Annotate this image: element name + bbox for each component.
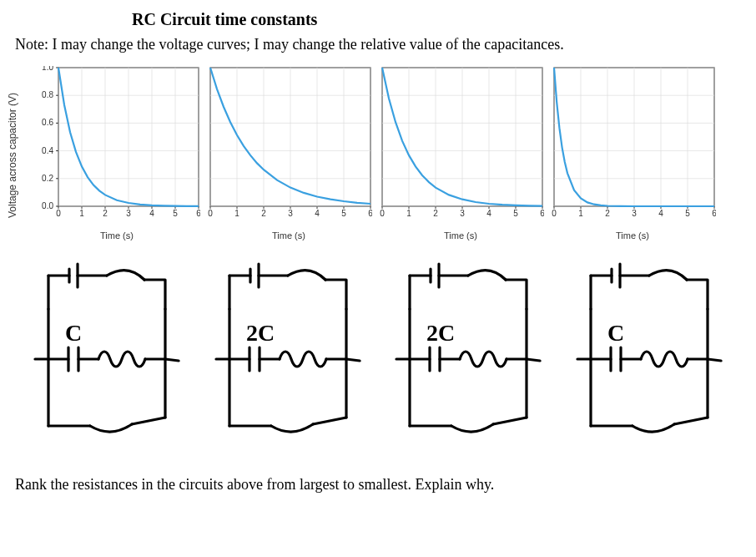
svg-text:3: 3 (460, 209, 465, 218)
svg-text:1.0: 1.0 (42, 66, 53, 72)
svg-text:C: C (607, 320, 624, 346)
x-axis-label: Time (s) (549, 230, 716, 241)
svg-text:5: 5 (173, 209, 178, 218)
x-axis-label: Time (s) (205, 230, 372, 241)
circuit-4: C (566, 259, 733, 451)
svg-text:6: 6 (196, 209, 200, 218)
circuit-2: 2C (204, 259, 371, 451)
svg-text:6: 6 (540, 209, 544, 218)
charts-row: Voltage across capacitor (V) 01234560.00… (15, 62, 741, 237)
svg-text:1: 1 (578, 209, 583, 218)
svg-text:4: 4 (149, 209, 154, 218)
svg-text:0.6: 0.6 (42, 118, 53, 127)
y-axis-label-wrap: Voltage across capacitor (V) (15, 78, 33, 237)
x-axis-label: Time (s) (377, 230, 544, 241)
svg-text:1: 1 (234, 209, 239, 218)
circuits-row: C 2C 2C C (15, 259, 741, 451)
chart-3: 0123456Time (s) (377, 66, 544, 237)
svg-text:6: 6 (712, 209, 716, 218)
svg-text:0.0: 0.0 (42, 201, 53, 210)
svg-text:4: 4 (658, 209, 663, 218)
svg-text:C: C (65, 320, 82, 346)
svg-text:4: 4 (315, 209, 320, 218)
chart-1: 01234560.00.20.40.60.81.0Time (s) (33, 66, 200, 237)
svg-text:3: 3 (126, 209, 131, 218)
svg-text:0: 0 (208, 209, 213, 218)
svg-text:0.2: 0.2 (42, 174, 53, 183)
note-text: Note: I may change the voltage curves; I… (15, 36, 741, 53)
svg-text:4: 4 (486, 209, 491, 218)
svg-text:0: 0 (56, 209, 61, 218)
svg-text:0.4: 0.4 (42, 146, 53, 155)
page-title: RC Circuit time constants (132, 10, 741, 29)
circuit-3: 2C (385, 259, 552, 451)
y-axis-label: Voltage across capacitor (V) (7, 93, 18, 218)
svg-text:0: 0 (552, 209, 557, 218)
svg-text:5: 5 (513, 209, 518, 218)
chart-2: 0123456Time (s) (205, 66, 372, 237)
svg-text:3: 3 (288, 209, 293, 218)
circuit-1: C (23, 259, 190, 451)
svg-text:1: 1 (406, 209, 411, 218)
svg-text:5: 5 (341, 209, 346, 218)
x-axis-label: Time (s) (33, 230, 200, 241)
svg-text:0: 0 (380, 209, 385, 218)
svg-text:6: 6 (368, 209, 372, 218)
svg-text:3: 3 (632, 209, 637, 218)
svg-text:2: 2 (605, 209, 610, 218)
svg-text:1: 1 (79, 209, 84, 218)
svg-text:5: 5 (685, 209, 690, 218)
svg-text:2: 2 (103, 209, 108, 218)
svg-text:2: 2 (433, 209, 438, 218)
question-text: Rank the resistances in the circuits abo… (15, 476, 741, 494)
chart-4: 0123456Time (s) (549, 66, 716, 237)
svg-text:2C: 2C (426, 320, 455, 346)
svg-text:0.8: 0.8 (42, 90, 53, 99)
svg-text:2C: 2C (246, 320, 275, 346)
svg-text:2: 2 (261, 209, 266, 218)
